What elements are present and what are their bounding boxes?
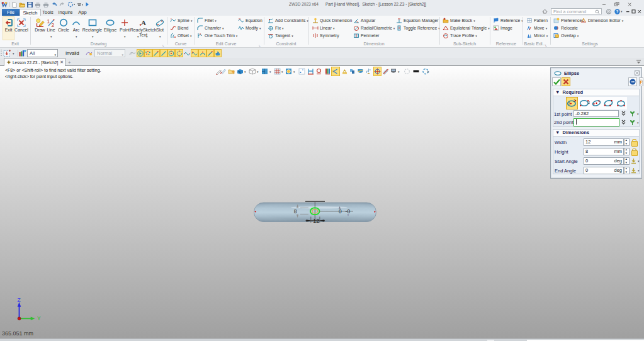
- svg-text:?: ?: [616, 9, 619, 14]
- svg-text:8: 8: [294, 208, 297, 215]
- svg-text:-0: -0: [346, 208, 351, 215]
- svg-text:12: 12: [313, 218, 319, 224]
- svg-text:Y: Y: [37, 315, 41, 321]
- svg-text:A: A: [141, 19, 146, 26]
- svg-text:1: 1: [47, 18, 50, 25]
- svg-text:2: 2: [588, 101, 590, 104]
- svg-text:1: 1: [568, 101, 570, 105]
- svg-text:0: 0: [339, 208, 342, 215]
- svg-text:2: 2: [574, 99, 576, 103]
- svg-text:2: 2: [52, 22, 55, 28]
- svg-text:Z: Z: [18, 297, 21, 303]
